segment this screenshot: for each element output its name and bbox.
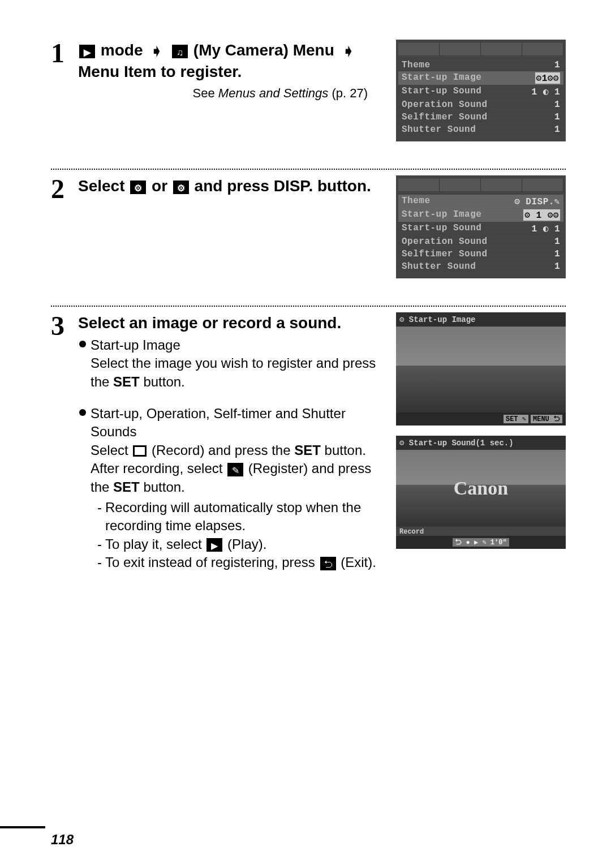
disp-label: DISP. bbox=[274, 177, 313, 195]
dash-icon: - bbox=[97, 499, 105, 535]
step-2-text-e: button. bbox=[313, 177, 371, 195]
step-3-sublist: -Recording will automatically stop when … bbox=[97, 499, 390, 572]
lcd-image-preview bbox=[396, 326, 566, 412]
lcd-tab-row bbox=[398, 179, 563, 191]
step-2-screenshot: Theme⚙ DISP.✎ Start-up Image⚙ 1 ⚙⚙ Start… bbox=[396, 175, 566, 289]
menu-label: Selftimer Sound bbox=[402, 112, 488, 122]
menu-label: Selftimer Sound bbox=[402, 249, 488, 259]
menu-value: 1 bbox=[554, 249, 560, 259]
page-number: 118 bbox=[51, 832, 74, 848]
step-2-text-c: and press bbox=[190, 177, 274, 195]
menu-label: Theme bbox=[402, 196, 431, 207]
set-chip: SET ✎ bbox=[504, 415, 528, 423]
step-2: 2 Select ⚙ or ⚙ and press DISP. button. … bbox=[51, 170, 566, 307]
sound-controls: ⮌ ● ▶ ✎ 1'0" bbox=[453, 538, 509, 547]
menu-label: Start-up Sound bbox=[402, 223, 481, 234]
step-number-2: 2 bbox=[51, 175, 78, 203]
lcd-footer: SET ✎ MENU ⮌ bbox=[396, 412, 566, 426]
bullet-sounds: Start-up, Operation, Self-timer and Shut… bbox=[78, 405, 390, 496]
set-label: SET bbox=[113, 479, 140, 495]
custom-3-icon: ⚙ bbox=[173, 181, 189, 194]
menu-value: 1 bbox=[554, 60, 560, 70]
sub2-text-b: (Play). bbox=[223, 536, 266, 552]
lcd-startup-image: ⚙ Start-up Image SET ✎ MENU ⮌ bbox=[396, 312, 566, 426]
lcd-tab-row bbox=[398, 43, 563, 55]
menu-value: 1 bbox=[554, 112, 560, 122]
step-1-title-part3: Menu Item to register. bbox=[78, 63, 242, 80]
sub3-text-a: To exit instead of registering, press bbox=[105, 555, 319, 570]
menu-label: Start-up Image bbox=[402, 72, 481, 84]
playback-mode-icon: ▶ bbox=[79, 45, 95, 58]
manual-page: 1 ▶ mode ➧ ♫ (My Camera) Menu ➧ Menu Ite… bbox=[0, 0, 611, 868]
record-label: Record bbox=[396, 527, 566, 536]
set-label: SET bbox=[113, 374, 140, 389]
lcd-menu-1: Theme1 Start-up Image⚙1⚙⚙ Start-up Sound… bbox=[396, 40, 566, 141]
menu-label: Operation Sound bbox=[402, 100, 488, 110]
step-3-body: Select an image or record a sound. Start… bbox=[78, 312, 396, 571]
menu-label: Start-up Image bbox=[402, 209, 481, 221]
menu-label: Start-up Sound bbox=[402, 86, 481, 97]
step-3-screenshots: ⚙ Start-up Image SET ✎ MENU ⮌ ⚙ Start-up… bbox=[396, 312, 566, 559]
exit-icon: ⮌ bbox=[320, 557, 336, 570]
menu-label: Shutter Sound bbox=[402, 261, 476, 272]
lcd-header: ⚙ Start-up Image bbox=[396, 312, 566, 326]
bullet2-body-b: (Record) and press the bbox=[148, 442, 294, 458]
menu-value: 1 bbox=[554, 100, 560, 110]
bullet-dot-icon bbox=[79, 409, 86, 416]
menu-value: 1 bbox=[554, 124, 560, 135]
lcd-menu-2: Theme⚙ DISP.✎ Start-up Image⚙ 1 ⚙⚙ Start… bbox=[396, 175, 566, 278]
menu-value: 1 bbox=[554, 237, 560, 247]
sub2-text-a: To play it, select bbox=[105, 536, 205, 552]
step-3-title: Select an image or record a sound. bbox=[78, 312, 390, 334]
sub1-text: Recording will automatically stop when t… bbox=[105, 499, 390, 535]
step-1-subtitle: See Menus and Settings (p. 27) bbox=[78, 85, 390, 102]
menu-label: Operation Sound bbox=[402, 237, 488, 247]
step-2-title: Select ⚙ or ⚙ and press DISP. button. bbox=[78, 175, 390, 197]
bullet-dot-icon bbox=[79, 341, 86, 347]
step-1: 1 ▶ mode ➧ ♫ (My Camera) Menu ➧ Menu Ite… bbox=[51, 34, 566, 170]
step-3: 3 Select an image or record a sound. Sta… bbox=[51, 307, 566, 588]
menu-value: 1 ◐ 1 bbox=[531, 86, 560, 97]
menu-value: 1 bbox=[554, 261, 560, 272]
menu-value: ⚙1⚙⚙ bbox=[535, 72, 561, 84]
custom-2-icon: ⚙ bbox=[130, 181, 146, 194]
step-2-text-a: Select bbox=[78, 177, 129, 195]
record-icon bbox=[133, 445, 147, 457]
set-label: SET bbox=[294, 442, 321, 458]
lcd-sound-footer: ⮌ ● ▶ ✎ 1'0" bbox=[396, 536, 566, 549]
menu-label: Theme bbox=[402, 60, 431, 70]
canon-logo: Canon bbox=[454, 478, 508, 499]
register-icon: ✎ bbox=[227, 463, 243, 476]
step-1-title-part1: mode bbox=[101, 41, 143, 59]
sub3-text-b: (Exit). bbox=[337, 555, 376, 570]
bullet2-body-e: button. bbox=[140, 479, 185, 495]
bullet1-body-b: button. bbox=[140, 374, 185, 389]
lcd-startup-sound: ⚙ Start-up Sound(1 sec.) Canon Record ⮌ … bbox=[396, 436, 566, 549]
step-2-body: Select ⚙ or ⚙ and press DISP. button. bbox=[78, 175, 396, 199]
lcd-header: ⚙ Start-up Sound(1 sec.) bbox=[396, 436, 566, 450]
dash-icon: - bbox=[97, 535, 105, 553]
menu-label: Shutter Sound bbox=[402, 124, 476, 135]
bullet-startup-image: Start-up Image Select the image you wish… bbox=[78, 336, 390, 391]
dash-icon: - bbox=[97, 553, 105, 571]
arrow-icon: ➧ bbox=[342, 41, 355, 61]
play-icon: ▶ bbox=[206, 538, 222, 552]
step-1-title: ▶ mode ➧ ♫ (My Camera) Menu ➧ Menu Item … bbox=[78, 40, 390, 83]
menu-chip: MENU ⮌ bbox=[531, 415, 562, 423]
bullet1-head: Start-up Image bbox=[91, 337, 180, 353]
subtitle-italic: Menus and Settings bbox=[218, 86, 328, 100]
step-1-screenshot: Theme1 Start-up Image⚙1⚙⚙ Start-up Sound… bbox=[396, 40, 566, 152]
footer-rule bbox=[0, 826, 45, 828]
my-camera-icon: ♫ bbox=[172, 45, 188, 58]
menu-value: ⚙ 1 ⚙⚙ bbox=[523, 209, 560, 221]
subtitle-prefix: See bbox=[193, 86, 218, 100]
step-2-text-b: or bbox=[147, 177, 172, 195]
step-number-1: 1 bbox=[51, 40, 78, 67]
bullet2-head: Start-up, Operation, Self-timer and Shut… bbox=[91, 406, 346, 439]
menu-value: 1 ◐ 1 bbox=[531, 223, 560, 234]
subtitle-suffix: (p. 27) bbox=[328, 86, 368, 100]
step-number-3: 3 bbox=[51, 312, 78, 340]
bullet2-body-a: Select bbox=[91, 442, 132, 458]
step-1-title-part2: (My Camera) Menu bbox=[193, 41, 334, 59]
step-1-body: ▶ mode ➧ ♫ (My Camera) Menu ➧ Menu Item … bbox=[78, 40, 396, 102]
